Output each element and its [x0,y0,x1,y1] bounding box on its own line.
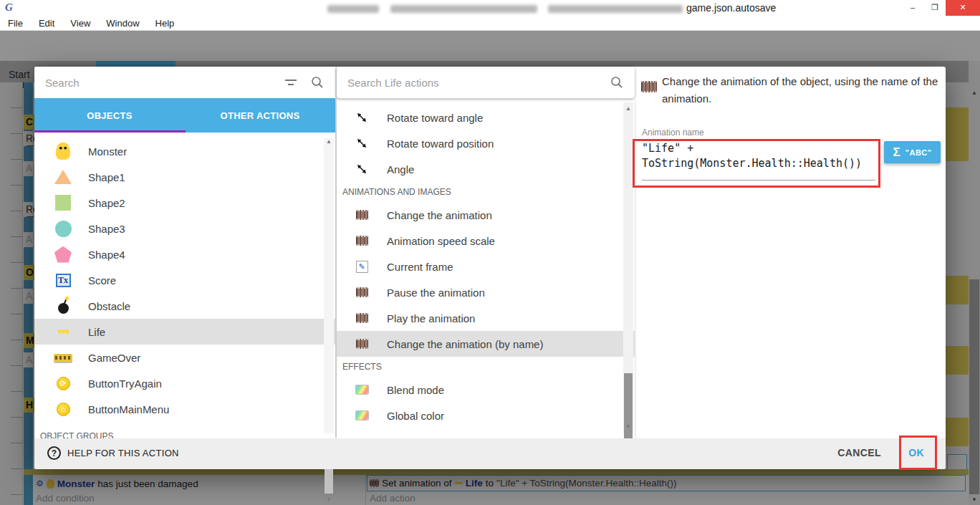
menu-help[interactable]: Help [148,18,183,29]
object-label: Score [88,274,116,287]
object-label: GameOver [88,352,140,364]
rotate-arrow-icon [352,160,371,178]
object-label: Shape1 [88,171,125,183]
button-home-icon: ⌂ [54,400,72,418]
object-item-obstacle[interactable]: Obstacle [34,293,335,319]
action-item[interactable]: ✎Current frame [337,254,635,279]
action-list: Rotate toward angleRotate toward positio… [337,100,635,438]
minimize-button[interactable]: – [901,0,924,16]
cancel-button[interactable]: CANCEL [837,447,881,458]
frame-icon: ✎ [352,257,371,276]
window-title: game.json.autosave [686,2,776,14]
search-icon[interactable] [311,76,324,89]
square-icon [54,193,72,212]
film-icon [352,335,371,353]
help-label: HELP FOR THIS ACTION [67,448,179,458]
maximize-button[interactable]: ❐ [924,0,946,16]
scroll-down-icon[interactable]: ▼ [324,496,334,503]
object-item-monster[interactable]: Monster [34,138,335,164]
action-item[interactable]: Rotate toward position [337,130,635,156]
circle-icon [54,219,72,238]
object-item-gameover[interactable]: GameOver [34,345,335,370]
object-item-shape4[interactable]: Shape4 [34,241,335,267]
action-label: Blend mode [387,384,444,396]
film-icon [352,309,371,327]
film-strip-icon [641,81,657,92]
action-description: Change the animation of the object, usin… [662,73,943,107]
actions-search-row [337,67,635,98]
object-item-score[interactable]: TxScore [34,267,335,293]
action-item[interactable]: Rotate toward angle [337,105,635,130]
action-item[interactable]: Play the animation [337,305,635,331]
action-item[interactable]: Global color [337,403,635,428]
action-item[interactable]: Change the animation (by name) [337,331,635,357]
annotation-expression-field [633,139,880,188]
action-label: Play the animation [387,312,475,324]
abc-label: "ABC" [905,148,932,157]
action-item[interactable]: Blend mode [337,377,635,403]
object-item-buttontryagain[interactable]: ⟳ButtonTryAgain [34,370,335,396]
monster-icon [54,142,72,160]
action-item[interactable]: Angle [337,156,635,182]
object-item-shape1[interactable]: Shape1 [34,164,335,190]
button-restart-icon: ⟳ [54,374,72,393]
tab-objects[interactable]: OBJECTS [34,98,185,133]
actions-scrollbar[interactable]: ▲ ▼ [623,102,633,433]
action-label: Global color [387,410,444,422]
object-item-life[interactable]: ♥♥♥Life [34,319,335,345]
objects-scrollbar[interactable]: ▲ ▼ [324,138,334,433]
hearts-icon: ♥♥♥ [54,322,72,341]
film-icon [352,206,371,224]
search-icon[interactable] [610,76,623,89]
action-label: Angle [387,163,414,175]
actions-search-input[interactable] [347,77,610,89]
object-item-buttonmainmenu[interactable]: ⌂ButtonMainMenu [34,396,335,422]
film-icon [352,231,371,250]
objects-search-input[interactable] [45,77,285,89]
object-item-shape3[interactable]: Shape3 [34,216,335,241]
title-bar: G game.json.autosave – ❐ ✕ [0,0,980,16]
scroll-down-icon[interactable]: ▼ [623,423,633,430]
menu-window[interactable]: Window [98,18,147,29]
help-for-this-action[interactable]: ? HELP FOR THIS ACTION [47,446,179,460]
rainbow-icon [352,406,371,425]
menu-view[interactable]: View [62,18,98,29]
action-item[interactable]: Change the animation [337,202,635,228]
close-button[interactable]: ✕ [946,0,980,16]
redacted-title-segment [390,5,537,13]
menu-bar: FileEditViewWindowHelp [0,16,980,31]
object-label: Shape2 [88,197,125,209]
expression-editor-button[interactable]: Σ "ABC" [884,141,941,163]
help-icon: ? [47,446,61,460]
objects-tabs: OBJECTS OTHER ACTIONS [34,98,335,133]
scroll-up-icon[interactable]: ▲ [324,138,334,145]
action-label: Change the animation (by name) [387,338,543,350]
dialog-footer: ? HELP FOR THIS ACTION CANCEL OK [34,438,946,469]
tab-other-actions[interactable]: OTHER ACTIONS [185,98,335,133]
action-item[interactable]: Animation speed scale [337,228,635,254]
action-item[interactable]: Pause the animation [337,279,635,305]
scroll-up-icon[interactable]: ▲ [623,105,633,112]
redacted-title-segment [327,5,379,13]
object-label: Monster [88,145,127,158]
bomb-icon [54,297,72,315]
object-item-shape2[interactable]: Shape2 [34,190,335,216]
pentagon-icon [54,245,72,264]
scrollbar-thumb[interactable] [624,373,633,443]
filter-icon[interactable] [285,78,298,87]
section-header: EFFECTS [337,357,635,377]
object-label: Shape4 [88,249,125,261]
rotate-arrow-icon [352,108,371,127]
object-label: ButtonTryAgain [88,377,162,390]
text-icon: Tx [54,271,72,289]
object-groups-header: OBJECT GROUPS [34,426,335,438]
object-label: Life [88,326,105,338]
annotation-ok-button [899,436,937,470]
objects-panel: OBJECTS OTHER ACTIONS MonsterShape1Shape… [34,67,335,438]
redacted-title-segment [548,5,683,13]
object-label: Obstacle [88,300,130,312]
menu-file[interactable]: File [0,18,31,29]
sigma-icon: Σ [893,145,900,160]
film-icon [352,283,371,302]
menu-edit[interactable]: Edit [31,18,62,29]
